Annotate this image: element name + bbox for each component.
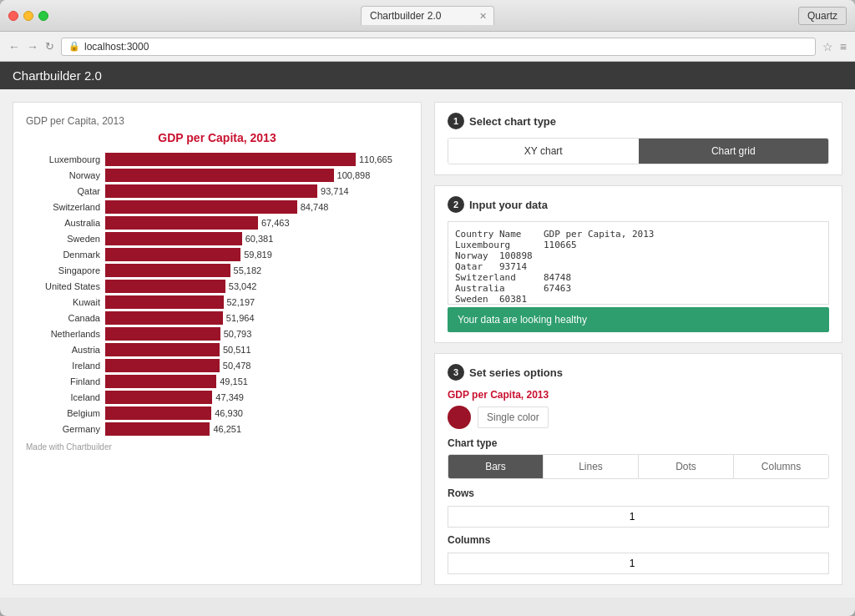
app-title: Chartbuilder 2.0 bbox=[13, 68, 102, 83]
bar-value: 55,182 bbox=[230, 265, 262, 275]
bar-container: 50,793 bbox=[105, 327, 408, 341]
bars-button[interactable]: Bars bbox=[448, 455, 544, 478]
app-content: GDP per Capita, 2013 GDP per Capita, 201… bbox=[0, 89, 855, 598]
bar-value: 46,930 bbox=[211, 408, 243, 418]
columns-input[interactable] bbox=[448, 553, 829, 574]
bar-label: Switzerland bbox=[26, 202, 105, 212]
chart-grid-button[interactable]: Chart grid bbox=[639, 139, 829, 164]
chart-footer: Made with Chartbuilder bbox=[26, 442, 408, 452]
bar-value: 47,349 bbox=[212, 392, 244, 402]
browser-tab[interactable]: Chartbuilder 2.0 ✕ bbox=[361, 6, 494, 25]
bar-fill bbox=[105, 406, 211, 420]
bar-fill bbox=[105, 422, 210, 436]
columns-label: Columns bbox=[448, 534, 829, 546]
bar-value: 60,381 bbox=[242, 234, 274, 244]
bar-container: 51,964 bbox=[105, 311, 408, 325]
single-color-button[interactable]: Single color bbox=[478, 406, 549, 428]
data-input[interactable]: Country Name GDP per Capita, 2013 Luxemb… bbox=[448, 221, 829, 305]
columns-button[interactable]: Columns bbox=[734, 455, 828, 478]
reload-button[interactable]: ↻ bbox=[45, 40, 54, 53]
bar-container: 50,511 bbox=[105, 343, 408, 356]
bar-value: 49,151 bbox=[216, 376, 248, 386]
bar-fill bbox=[105, 343, 220, 356]
quartz-button[interactable]: Quartz bbox=[798, 7, 847, 25]
bar-value: 52,197 bbox=[224, 297, 255, 307]
bar-label: Norway bbox=[26, 170, 105, 180]
app-header: Chartbuilder 2.0 bbox=[0, 62, 855, 89]
browser-titlebar: Chartbuilder 2.0 ✕ Quartz bbox=[0, 0, 855, 32]
bookmark-icon[interactable]: ☆ bbox=[822, 40, 833, 53]
bar-fill bbox=[105, 200, 297, 214]
step2-title: 2 Input your data bbox=[448, 196, 829, 213]
bar-label: United States bbox=[26, 281, 105, 291]
bar-label: Netherlands bbox=[26, 329, 105, 339]
menu-icon[interactable]: ≡ bbox=[840, 40, 847, 53]
bar-row: Netherlands50,793 bbox=[26, 327, 408, 341]
dots-button[interactable]: Dots bbox=[639, 455, 734, 478]
bar-fill bbox=[105, 311, 223, 325]
bar-row: Finland49,151 bbox=[26, 375, 408, 388]
bar-container: 55,182 bbox=[105, 264, 408, 277]
bar-value: 100,898 bbox=[334, 170, 371, 180]
maximize-button[interactable] bbox=[38, 11, 48, 21]
bar-value: 50,478 bbox=[220, 361, 251, 371]
bar-row: Australia67,463 bbox=[26, 216, 408, 230]
lines-button[interactable]: Lines bbox=[544, 455, 639, 478]
bar-fill bbox=[105, 153, 356, 166]
bar-fill bbox=[105, 359, 220, 372]
section-chart-type: 1 Select chart type XY chart Chart grid bbox=[434, 102, 842, 175]
bar-label: Germany bbox=[26, 424, 105, 434]
bar-container: 67,463 bbox=[105, 216, 408, 230]
url-text: localhost:3000 bbox=[84, 41, 149, 53]
rows-label: Rows bbox=[448, 487, 829, 499]
bar-container: 110,665 bbox=[105, 153, 408, 166]
section-input-data: 2 Input your data Country Name GDP per C… bbox=[434, 185, 842, 343]
bar-container: 53,042 bbox=[105, 280, 408, 293]
chart-meta-title: GDP per Capita, 2013 bbox=[26, 115, 408, 127]
bar-label: Denmark bbox=[26, 250, 105, 260]
rows-cols-section: Rows Columns bbox=[448, 487, 829, 574]
address-field[interactable]: 🔒 localhost:3000 bbox=[61, 38, 816, 56]
bar-container: 46,930 bbox=[105, 406, 408, 420]
forward-button[interactable]: → bbox=[27, 40, 38, 53]
color-swatch-row: Single color bbox=[448, 406, 829, 429]
bar-fill bbox=[105, 391, 212, 404]
xy-chart-button[interactable]: XY chart bbox=[448, 139, 639, 164]
minimize-button[interactable] bbox=[23, 11, 33, 21]
bar-value: 50,793 bbox=[220, 329, 252, 339]
close-button[interactable] bbox=[8, 11, 18, 21]
color-swatch[interactable] bbox=[448, 406, 471, 429]
bar-value: 110,665 bbox=[356, 154, 392, 164]
chart-type-buttons: XY chart Chart grid bbox=[448, 138, 829, 164]
bar-row: Norway100,898 bbox=[26, 169, 408, 182]
bar-label: Singapore bbox=[26, 265, 105, 275]
bar-label: Luxembourg bbox=[26, 154, 105, 164]
bar-fill bbox=[105, 295, 224, 309]
bar-row: Singapore55,182 bbox=[26, 264, 408, 277]
section-series-options: 3 Set series options GDP per Capita, 201… bbox=[434, 353, 842, 585]
rows-input[interactable] bbox=[448, 506, 829, 528]
lock-icon: 🔒 bbox=[68, 41, 80, 52]
step3-circle: 3 bbox=[448, 364, 464, 381]
browser-window: Chartbuilder 2.0 ✕ Quartz ← → ↻ 🔒 localh… bbox=[0, 0, 855, 616]
bar-container: 100,898 bbox=[105, 169, 408, 182]
tab-close-icon[interactable]: ✕ bbox=[479, 11, 487, 22]
bar-chart: Luxembourg110,665Norway100,898Qatar93,71… bbox=[26, 153, 408, 436]
healthy-text: Your data are looking healthy bbox=[458, 314, 587, 326]
bar-label: Belgium bbox=[26, 408, 105, 418]
bar-row: Sweden60,381 bbox=[26, 232, 408, 245]
back-button[interactable]: ← bbox=[8, 40, 20, 53]
bar-row: Austria50,511 bbox=[26, 343, 408, 356]
series-type-buttons: Bars Lines Dots Columns bbox=[448, 454, 829, 479]
step2-circle: 2 bbox=[448, 196, 464, 213]
step3-title: 3 Set series options bbox=[448, 364, 829, 381]
bar-label: Qatar bbox=[26, 186, 105, 196]
bar-label: Austria bbox=[26, 345, 105, 355]
bar-container: 47,349 bbox=[105, 391, 408, 404]
bar-container: 59,819 bbox=[105, 248, 408, 261]
bar-container: 49,151 bbox=[105, 375, 408, 388]
bar-fill bbox=[105, 216, 258, 230]
bar-fill bbox=[105, 264, 230, 277]
bar-row: Luxembourg110,665 bbox=[26, 153, 408, 166]
bar-label: Canada bbox=[26, 313, 105, 323]
